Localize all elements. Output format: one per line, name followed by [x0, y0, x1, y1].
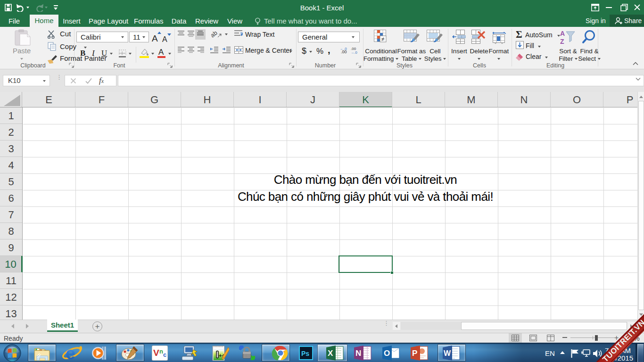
svg-text:O: O	[384, 349, 390, 358]
svg-text:n: n	[159, 348, 163, 355]
svg-text:≠: ≠	[381, 36, 385, 42]
svg-text:Z: Z	[560, 38, 564, 45]
svg-text:e: e	[66, 344, 75, 362]
svg-text:V: V	[153, 348, 159, 358]
svg-text:←.0: ←.0	[340, 47, 347, 51]
svg-text:c: c	[163, 351, 166, 358]
svg-text:Ps: Ps	[301, 350, 309, 357]
svg-text:→.0: →.0	[350, 50, 357, 54]
svg-text:X: X	[328, 349, 333, 358]
svg-text:ab: ab	[211, 30, 219, 39]
svg-text:N: N	[355, 349, 361, 358]
svg-text:P: P	[412, 349, 417, 358]
svg-text:A: A	[560, 30, 565, 37]
svg-text:W: W	[444, 349, 451, 357]
